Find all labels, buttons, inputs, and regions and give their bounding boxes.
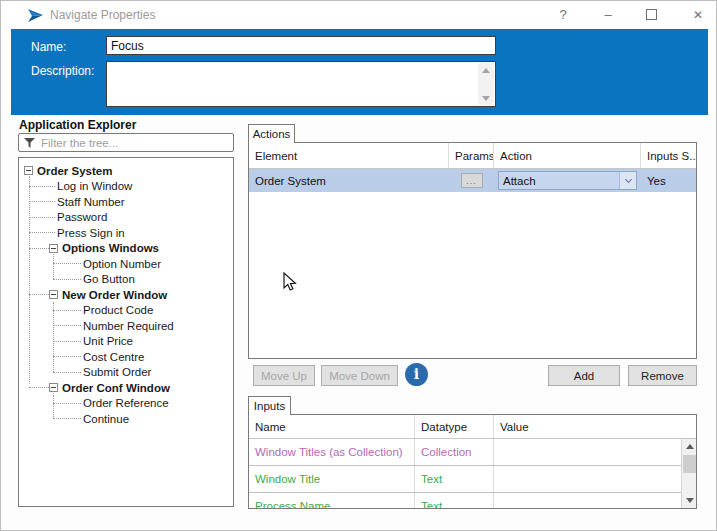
column-header-element: Element	[249, 143, 449, 168]
tree-connector	[53, 356, 81, 357]
tree-item-label: Order System	[37, 165, 112, 177]
minimize-button[interactable]: –	[599, 6, 617, 24]
action-dropdown[interactable]: Attach	[498, 171, 637, 190]
tree-item-number-required[interactable]: Number Required	[19, 318, 233, 334]
tree-item-options-windows[interactable]: Options Windows	[19, 241, 233, 257]
tree-connector	[29, 201, 55, 202]
column-header-value: Value	[494, 415, 696, 438]
column-header-params: Params	[449, 143, 494, 168]
inputs-row[interactable]: Window TitleText	[249, 466, 696, 493]
input-name-cell: Window Titles (as Collection)	[249, 439, 415, 465]
tree-connector	[29, 217, 55, 218]
inputs-scrollbar[interactable]	[681, 439, 696, 508]
tree-item-new-order-window[interactable]: New Order Window	[19, 287, 233, 303]
tree-connector	[29, 387, 49, 388]
move-down-button[interactable]: Move Down	[321, 365, 398, 386]
actions-row[interactable]: Order System...AttachYes	[249, 169, 696, 192]
tree-item-product-code[interactable]: Product Code	[19, 303, 233, 319]
tree-item-label: Number Required	[83, 320, 174, 332]
description-scrollbar[interactable]	[478, 63, 494, 105]
collapse-icon[interactable]	[49, 383, 58, 392]
inputs-set-cell: Yes	[641, 169, 696, 192]
inputs-row[interactable]: Process NameText	[249, 493, 696, 509]
title-bar: Navigate Properties ? – ✕	[1, 1, 716, 29]
tree-item-submit-order[interactable]: Submit Order	[19, 365, 233, 381]
actions-table-header: ElementParamsActionInputs S..	[249, 143, 696, 169]
tree-item-press-sign-in[interactable]: Press Sign in	[19, 225, 233, 241]
tree-connector	[53, 279, 81, 280]
inputs-table-body: Window Titles (as Collection)CollectionW…	[249, 439, 696, 509]
collapse-icon[interactable]	[49, 244, 58, 253]
close-button[interactable]: ✕	[689, 6, 707, 24]
input-value-cell[interactable]	[494, 493, 696, 509]
chevron-down-icon[interactable]	[619, 172, 636, 189]
tree-item-label: Go Button	[83, 273, 135, 285]
tree-item-label: Continue	[83, 413, 129, 425]
tree-item-password[interactable]: Password	[19, 210, 233, 226]
tree-item-log-in-window[interactable]: Log in Window	[19, 179, 233, 195]
tab-inputs[interactable]: Inputs	[248, 396, 291, 415]
tree-item-cost-centre[interactable]: Cost Centre	[19, 349, 233, 365]
tree-item-label: New Order Window	[62, 289, 167, 301]
tree-line	[53, 302, 54, 372]
params-ellipsis-button[interactable]: ...	[461, 173, 483, 188]
blue-prism-logo-icon	[27, 7, 44, 23]
description-textarea[interactable]	[106, 61, 496, 107]
inputs-row[interactable]: Window Titles (as Collection)Collection	[249, 439, 696, 466]
input-datatype-cell: Text	[415, 493, 494, 509]
action-cell: Attach	[494, 169, 641, 192]
name-label: Name:	[31, 40, 66, 54]
inputs-table: NameDatatypeValue Window Titles (as Coll…	[248, 414, 697, 509]
collapse-icon[interactable]	[49, 290, 58, 299]
tree-connector	[53, 403, 81, 404]
tree-filter-box[interactable]	[18, 133, 234, 152]
scroll-down-icon[interactable]	[478, 91, 494, 105]
info-icon[interactable]: i	[405, 363, 428, 386]
tree-item-order-system[interactable]: Order System	[19, 163, 233, 179]
input-name-cell: Window Title	[249, 466, 415, 492]
tree-connector	[29, 248, 49, 249]
tree-item-go-button[interactable]: Go Button	[19, 272, 233, 288]
description-label: Description:	[31, 64, 94, 78]
tree-line	[29, 176, 30, 384]
tree-connector	[53, 418, 81, 419]
actions-table: ElementParamsActionInputs S.. Order Syst…	[248, 142, 697, 359]
tree-item-label: Options Windows	[62, 242, 159, 254]
help-button[interactable]: ?	[554, 6, 572, 24]
tree-item-continue[interactable]: Continue	[19, 411, 233, 427]
tree-connector	[53, 263, 81, 264]
tree-filter-input[interactable]	[41, 135, 231, 150]
maximize-icon[interactable]	[646, 9, 657, 20]
scroll-up-icon[interactable]	[682, 439, 697, 454]
column-header-datatype: Datatype	[415, 415, 494, 438]
collapse-icon[interactable]	[24, 166, 33, 175]
tab-actions[interactable]: Actions	[248, 124, 295, 143]
add-button[interactable]: Add	[548, 365, 620, 386]
name-input[interactable]	[106, 36, 496, 55]
scrollbar-thumb[interactable]	[683, 455, 696, 473]
tree-line	[53, 252, 54, 279]
tree-item-staff-number[interactable]: Staff Number	[19, 194, 233, 210]
input-value-cell[interactable]	[494, 466, 696, 492]
input-value-cell[interactable]	[494, 439, 696, 465]
actions-table-body: Order System...AttachYes	[249, 169, 696, 192]
tree-item-label: Cost Centre	[83, 351, 144, 363]
navigate-properties-dialog: Navigate Properties ? – ✕ Name: Descript…	[0, 0, 717, 531]
tree-item-unit-price[interactable]: Unit Price	[19, 334, 233, 350]
column-header-inputs-s: Inputs S..	[641, 143, 696, 168]
tree-connector	[53, 341, 81, 342]
scroll-down-icon[interactable]	[682, 493, 697, 508]
tree-item-order-conf-window[interactable]: Order Conf Window	[19, 380, 233, 396]
tree-line	[53, 395, 54, 419]
input-name-cell: Process Name	[249, 493, 415, 509]
tree-item-order-reference[interactable]: Order Reference	[19, 396, 233, 412]
app-tree: Order SystemLog in WindowStaff NumberPas…	[18, 157, 234, 507]
tree-item-label: Option Number	[83, 258, 161, 270]
tree-item-label: Password	[57, 211, 108, 223]
remove-button[interactable]: Remove	[628, 365, 697, 386]
params-cell: ...	[449, 169, 494, 192]
scroll-up-icon[interactable]	[478, 63, 494, 77]
tree-item-option-number[interactable]: Option Number	[19, 256, 233, 272]
move-up-button[interactable]: Move Up	[253, 365, 315, 386]
tree-connector	[53, 325, 81, 326]
